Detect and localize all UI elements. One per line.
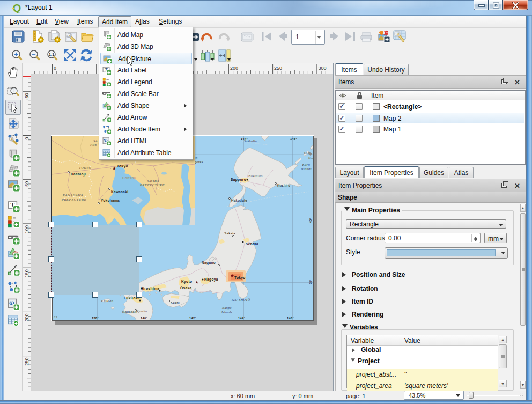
svg-text:CHIBA: CHIBA [147, 179, 159, 182]
svg-text:Islands: Islands [300, 167, 312, 171]
svg-text:Kushiro: Kushiro [277, 183, 290, 187]
svg-text:Hiroshima: Hiroshima [141, 287, 159, 290]
svg-text:Sakata: Sakata [224, 232, 235, 235]
svg-text:Ōsaka: Ōsaka [180, 286, 192, 290]
svg-text:Yokohama: Yokohama [101, 199, 120, 202]
svg-text:Nagano: Nagano [202, 261, 216, 265]
svg-text:0: 0 [54, 65, 56, 71]
svg-text:50: 50 [24, 181, 29, 187]
svg-text:Hachiōji: Hachiōji [71, 172, 86, 177]
svg-text:146°: 146° [290, 137, 297, 141]
svg-text:35: 35 [53, 315, 57, 319]
svg-text:138°: 138° [92, 317, 99, 320]
svg-text:Islands: Islands [221, 311, 232, 314]
svg-text:Kuril: Kuril [302, 163, 311, 166]
svg-text:100: 100 [24, 225, 29, 233]
svg-text:SA: SA [93, 139, 98, 143]
svg-text:-50: -50 [24, 93, 29, 100]
svg-text:146°: 146° [287, 317, 294, 320]
svg-text:150: 150 [24, 269, 29, 277]
svg-text:Hakodate: Hakodate [231, 199, 247, 202]
svg-text:142°: 142° [189, 317, 196, 320]
svg-text:144°: 144° [238, 317, 245, 320]
svg-text:St.: St. [304, 151, 308, 155]
svg-text:300: 300 [318, 65, 326, 71]
svg-text:250: 250 [24, 358, 29, 366]
svg-text:Kōchi: Kōchi [171, 301, 180, 304]
svg-text:1:1: 1:1 [49, 53, 54, 56]
svg-text:35°: 35° [309, 280, 312, 284]
svg-text:Kawasaki: Kawasaki [111, 190, 128, 194]
svg-text:Honshu: Honshu [122, 176, 136, 180]
svg-text:Sendai: Sendai [246, 242, 258, 246]
svg-text:Sapporo: Sapporo [231, 178, 246, 182]
svg-text:PRE: PRE [90, 143, 97, 146]
svg-text:IZU-SHOTŌ: IZU-SHOTŌ [231, 298, 250, 302]
svg-text:Tokyo: Tokyo [117, 164, 128, 168]
svg-text:Hokkaidō: Hokkaidō [248, 174, 263, 178]
svg-text:PREFECTURE: PREFECTURE [140, 183, 165, 187]
svg-text:Chuk-to: Chuk-to [101, 299, 113, 303]
svg-text:0: 0 [24, 137, 29, 140]
svg-text:Itun: Itun [308, 157, 314, 160]
svg-text:200: 200 [230, 65, 238, 71]
svg-text:Kyoto: Kyoto [181, 280, 192, 284]
svg-text:PREFECTURE: PREFECTURE [62, 197, 86, 201]
svg-text:Nanpō: Nanpō [221, 306, 232, 310]
svg-text:200: 200 [24, 313, 29, 321]
svg-text:Sakhalin: Sakhalin [244, 139, 257, 143]
svg-text:40°: 40° [309, 218, 312, 223]
svg-text:Tokyo: Tokyo [234, 276, 246, 280]
svg-text:Kyushu: Kyushu [136, 310, 147, 313]
svg-text:140°: 140° [141, 317, 147, 320]
svg-text:KANAGAWA: KANAGAWA [62, 193, 83, 197]
svg-text:TOKYO: TOKYO [79, 166, 91, 170]
svg-text:Nagoya: Nagoya [204, 277, 218, 282]
svg-text:250: 250 [274, 65, 282, 71]
